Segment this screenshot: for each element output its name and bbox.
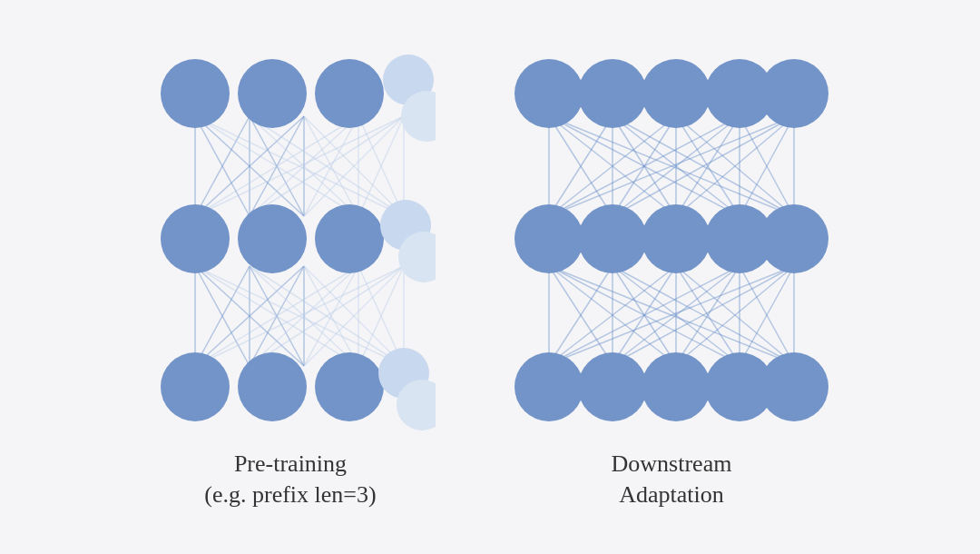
node-bot-2 [238,352,307,421]
ds-node-bot-2 [578,352,647,421]
ds-edges-bottom-mid [549,266,794,364]
downstream-label-1: Downstream [612,449,732,480]
ds-node-mid-3 [642,204,710,273]
ds-node-top-1 [514,59,583,128]
downstream-diagram: Downstream Adaptation [508,44,835,510]
pre-training-diagram: Pre-training (e.g. prefix len=3) [145,44,436,510]
ds-node-bot-1 [514,352,583,421]
ds-node-mid-2 [578,204,647,273]
ds-node-mid-5 [760,204,828,273]
edges-mid-top-light [195,116,404,216]
ds-node-mid-1 [514,204,583,273]
ds-node-top-2 [578,59,647,128]
ds-node-top-5 [760,59,828,128]
pre-training-label-2: (e.g. prefix len=3) [204,480,376,510]
downstream-caption: Downstream Adaptation [612,449,732,510]
edges-bottom-mid-light [195,266,404,366]
node-bot-1 [161,352,230,421]
node-mid-1 [161,204,230,273]
pre-training-caption: Pre-training (e.g. prefix len=3) [204,449,376,510]
edges-mid-top-dark [195,116,304,216]
main-container: Pre-training (e.g. prefix len=3) [127,25,853,529]
pre-training-label-1: Pre-training [204,449,376,480]
ds-edges-mid-top [549,116,794,216]
node-top-3 [315,59,384,128]
node-mid-2 [238,204,307,273]
pre-training-svg [145,44,436,434]
ds-node-bot-5 [760,352,828,421]
node-top-2 [238,59,307,128]
node-top-1 [161,59,230,128]
ds-node-top-3 [642,59,710,128]
ds-node-bot-3 [642,352,710,421]
node-bot-3 [315,352,384,421]
downstream-svg [508,44,835,434]
edges-bottom-mid-dark [195,266,304,366]
node-mid-3 [315,204,384,273]
downstream-label-2: Adaptation [612,480,732,510]
